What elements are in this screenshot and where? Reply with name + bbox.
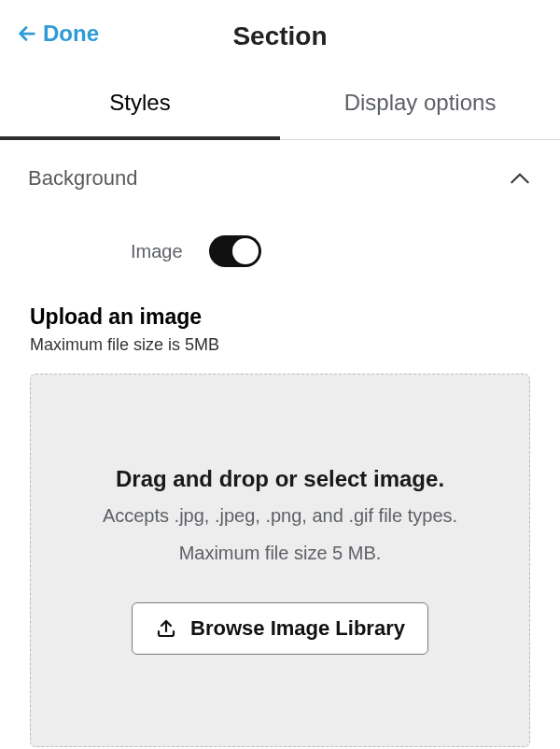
page-title: Section	[232, 21, 327, 51]
browse-image-library-label: Browse Image Library	[190, 616, 405, 641]
image-toggle-label: Image	[131, 241, 183, 262]
arrow-left-icon	[17, 23, 37, 44]
image-toggle[interactable]	[209, 235, 261, 267]
browse-image-library-button[interactable]: Browse Image Library	[132, 602, 428, 655]
tab-styles[interactable]: Styles	[0, 73, 280, 140]
image-dropzone[interactable]: Drag and drop or select image. Accepts .…	[30, 374, 530, 747]
dropzone-title: Drag and drop or select image.	[116, 466, 444, 492]
image-toggle-row: Image	[131, 200, 560, 273]
back-done-button[interactable]: Done	[17, 21, 99, 47]
tab-display-options[interactable]: Display options	[280, 73, 560, 139]
upload-block: Upload an image Maximum file size is 5MB	[0, 273, 560, 355]
dropzone-accepts-line: Accepts .jpg, .jpeg, .png, and .gif file…	[103, 502, 457, 530]
background-section-label: Background	[28, 166, 137, 191]
back-done-label: Done	[43, 21, 99, 47]
upload-subheading: Maximum file size is 5MB	[30, 335, 530, 355]
image-toggle-knob	[232, 238, 259, 264]
background-section-header[interactable]: Background	[0, 140, 560, 200]
upload-icon	[155, 617, 177, 640]
upload-heading: Upload an image	[30, 304, 530, 330]
tabs: Styles Display options	[0, 73, 560, 140]
header-bar: Done Section	[0, 0, 560, 73]
dropzone-maxsize-line: Maximum file size 5 MB.	[179, 539, 382, 567]
chevron-up-icon	[508, 166, 532, 191]
